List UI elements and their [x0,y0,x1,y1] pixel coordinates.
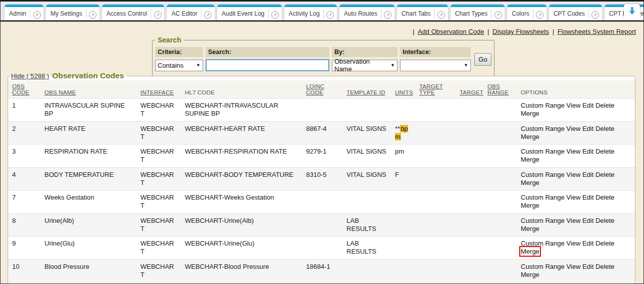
option-delete-link[interactable]: Delete [596,194,615,201]
option-edit-link[interactable]: Edit [582,263,593,270]
column-header-label[interactable]: TEMPLATE ID [346,89,387,96]
column-header-template-id[interactable]: TEMPLATE ID [342,80,391,99]
option-delete-link[interactable]: Delete [596,240,615,247]
option-view-link[interactable]: View [566,102,580,109]
option-edit-link[interactable]: Edit [582,125,593,132]
cell-obs-code: 1 [8,99,40,122]
option-delete-link[interactable]: Delete [596,102,615,109]
popout-icon[interactable]: ↗ [491,9,505,19]
column-header-label[interactable]: OBSCODE [12,83,36,96]
option-custom-range-link[interactable]: Custom Range [521,148,565,155]
column-header-label[interactable]: TARGETTYPE [419,83,452,96]
cell-obs-name: Weeks Gestation [40,191,136,214]
popout-icon[interactable]: ↗ [86,9,100,19]
tab-admin[interactable]: Admin↗ [5,5,43,20]
column-header-loinc-code[interactable]: LOINCCODE [302,80,342,99]
option-merge-link[interactable]: Merge [521,179,539,186]
link-display-flowsheets[interactable]: Display Flowsheets [492,28,549,35]
popout-icon[interactable]: ↗ [324,9,337,19]
option-merge-link[interactable]: Merge [521,110,539,117]
option-view-link[interactable]: View [566,240,580,247]
popout-icon[interactable]: ↗ [381,9,394,19]
option-custom-range-link[interactable]: Custom Range [521,240,565,247]
popout-icon[interactable]: ↗ [589,9,602,19]
option-merge-link[interactable]: Merge [521,225,539,232]
option-delete-link[interactable]: Delete [596,148,615,155]
tab-chart-tabs[interactable]: Chart Tabs↗ [397,5,448,20]
tab-chart-types[interactable]: Chart Types↗ [451,5,505,20]
cell-target-type [415,99,456,122]
option-view-link[interactable]: View [566,194,580,201]
option-custom-range-link[interactable]: Custom Range [521,194,565,201]
option-view-link[interactable]: View [566,148,580,155]
tab-cpt-codes[interactable]: CPT Codes↗ [549,5,602,20]
column-header-label[interactable]: UNITS [395,89,411,96]
option-custom-range-link[interactable]: Custom Range [521,263,565,270]
tab-activity-log[interactable]: Activity Log↗ [284,5,337,20]
cell-target-type [415,282,456,284]
cell-obs-code: 10 [8,259,40,282]
column-header-target[interactable]: TARGET [456,80,483,99]
option-edit-link[interactable]: Edit [582,194,593,201]
option-edit-link[interactable]: Edit [582,217,593,224]
criteria-select[interactable]: Contains ▼ [155,60,203,71]
popout-icon[interactable]: ↗ [269,9,282,19]
interface-select[interactable]: ▼ [400,60,471,71]
option-view-link[interactable]: View [566,217,580,224]
column-header-label[interactable]: INTERFACE [140,89,177,96]
popout-icon[interactable]: ↗ [151,9,164,19]
column-header-target-type[interactable]: TARGETTYPE [415,80,456,99]
popout-icon[interactable]: ↗ [30,9,43,19]
column-header-obs-code[interactable]: OBSCODE [8,80,40,99]
popout-arrow-glyph: ↗ [494,11,502,19]
option-view-link[interactable]: View [566,263,580,270]
column-header-interface[interactable]: INTERFACE [136,80,181,99]
search-input[interactable] [206,59,329,71]
popout-icon[interactable]: ↗ [533,9,547,19]
column-header-obs-range[interactable]: OBSRANGE [483,80,517,99]
option-merge-link[interactable]: Merge [521,133,539,140]
option-delete-link[interactable]: Delete [596,171,615,178]
option-custom-range-link[interactable]: Custom Range [521,125,565,132]
cell-units [391,236,415,260]
option-merge-link[interactable]: Merge [521,202,539,209]
option-edit-link[interactable]: Edit [582,102,593,109]
option-view-link[interactable]: View [566,171,580,178]
option-edit-link[interactable]: Edit [582,148,593,155]
option-delete-link[interactable]: Delete [596,263,615,270]
go-button[interactable]: Go [474,53,491,66]
option-merge-link[interactable]: Merge [521,271,539,278]
column-header-label[interactable]: TARGET [460,89,479,96]
option-delete-link[interactable]: Delete [596,125,615,132]
tab-scroll-down-button[interactable] [624,4,640,20]
cell-obs-range [483,145,517,168]
link-add-observation-code[interactable]: Add Observation Code [418,28,484,35]
column-header-label[interactable]: LOINCCODE [306,83,338,96]
tab-access-control[interactable]: Access Control↗ [102,5,165,20]
hide-count-link[interactable]: Hide ( 5288 ) [11,72,49,80]
by-select[interactable]: Observation Name ▼ [332,60,398,71]
option-merge-link-highlighted[interactable]: Merge [521,248,539,255]
option-custom-range-link[interactable]: Custom Range [521,102,565,109]
column-header-label[interactable]: OBS NAME [44,89,132,96]
column-header-obs-name[interactable]: OBS NAME [40,80,136,99]
tab-colors[interactable]: Colors↗ [507,5,547,20]
cell-obs-range [483,99,517,122]
option-edit-link[interactable]: Edit [582,240,593,247]
column-header-units[interactable]: UNITS [391,80,415,99]
tab-auto-routes[interactable]: Auto Routes↗ [339,5,394,20]
option-custom-range-link[interactable]: Custom Range [521,217,565,224]
tab-my-settings[interactable]: My Settings↗ [46,5,100,20]
popout-icon[interactable]: ↗ [202,9,215,19]
option-view-link[interactable]: View [566,125,580,132]
column-header-label[interactable]: OBSRANGE [487,83,513,96]
tab-ac-editor[interactable]: AC Editor↗ [167,5,214,20]
tab-audit-event-log[interactable]: Audit Event Log↗ [217,5,282,20]
option-merge-link[interactable]: Merge [521,156,539,163]
popout-icon[interactable]: ↗ [435,9,448,19]
option-delete-link[interactable]: Delete [596,217,615,224]
option-custom-range-link[interactable]: Custom Range [521,171,565,178]
cell-units [391,191,415,214]
link-flowsheets-system-report[interactable]: Flowsheets System Report [558,28,636,35]
option-edit-link[interactable]: Edit [582,171,593,178]
